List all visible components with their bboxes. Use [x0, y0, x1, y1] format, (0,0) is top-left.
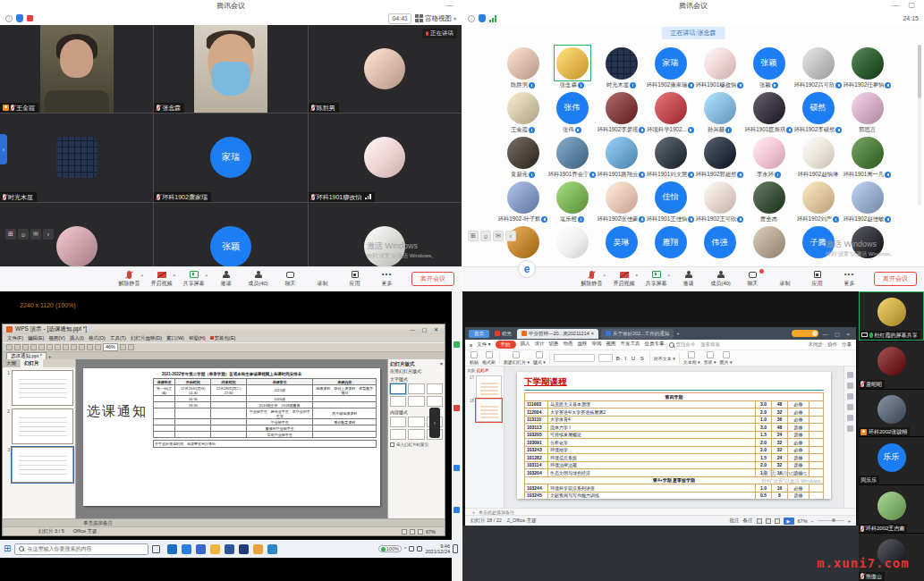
hamburger-icon[interactable]: ≡ — [470, 342, 472, 348]
participant-item[interactable]: 郭思言 — [843, 89, 892, 134]
taskbar-app-icon-8[interactable] — [267, 544, 277, 554]
action-未同步[interactable]: 未同步 — [809, 341, 824, 348]
chevron-up-icon[interactable]: ▴ — [603, 272, 606, 277]
ribbon-tab-4[interactable]: 切换 — [549, 341, 559, 349]
toolbar-record-button[interactable]: 录制 — [308, 270, 337, 288]
participant-item[interactable]: 时光木屋 — [597, 45, 646, 89]
participant-item[interactable]: 环科1902-叶子辉 — [498, 179, 547, 223]
window-controls[interactable]: — ▢ — [892, 1, 919, 9]
pane-tab[interactable]: 幻灯片 — [21, 359, 43, 367]
tool-对齐文本[interactable]: 对齐文本 ▾ — [654, 356, 675, 361]
tab-home[interactable]: 首页 — [469, 330, 489, 338]
ribbon-tab-9[interactable]: 开发工具 — [621, 341, 640, 349]
chat-mini-icon[interactable]: ✉ — [30, 229, 41, 240]
font-size-select[interactable] — [598, 354, 613, 362]
taskbar-clock[interactable]: 9:46 2021/12/24 — [425, 543, 450, 554]
ribbon-tab-8[interactable]: 视图 — [606, 341, 616, 349]
tool-新建幻灯片[interactable]: 新建幻灯片 ▾ — [504, 351, 530, 365]
bold-italic-underline-buttons[interactable]: B I U S — [616, 356, 646, 361]
participant-item[interactable]: 环科1902刘严 — [793, 179, 843, 223]
close-tab-icon[interactable]: × — [591, 331, 594, 336]
grid-view-button[interactable]: 宫格视图 ▾ — [415, 14, 456, 23]
slide-thumbnail[interactable]: 2 — [4, 408, 73, 444]
slide-thumbnail[interactable]: 3 — [4, 447, 73, 483]
ribbon-tab-5[interactable]: 动画 — [564, 341, 573, 349]
slide-thumbnail[interactable]: 17 — [467, 375, 502, 399]
zoom-in-button[interactable]: + — [848, 518, 851, 524]
participant-item[interactable]: 逗乐橙 — [547, 179, 597, 223]
participant-item[interactable]: 孙兴赫 — [695, 89, 744, 134]
menu-item[interactable]: 帮助(H) — [189, 335, 206, 341]
side-panel-icon-red[interactable] — [454, 405, 460, 411]
chevron-up-icon[interactable]: ▴ — [635, 272, 638, 277]
toolbar-record-button[interactable]: 录制 — [770, 270, 800, 288]
font-family-select[interactable] — [554, 354, 595, 362]
participant-item[interactable]: 环科1902赵佳敏 — [843, 179, 892, 223]
taskbar-app-icon-1[interactable] — [167, 544, 177, 554]
participant-item[interactable]: 子腾 — [793, 223, 843, 268]
layout-option[interactable] — [408, 429, 424, 440]
tab-active-document[interactable]: 毕业答辩—20...周20211214 × — [517, 329, 598, 339]
tab-docer[interactable]: 稻壳 — [492, 330, 514, 338]
menu-item[interactable]: 格式(O) — [89, 335, 106, 341]
participant-item[interactable]: 环科1901周一凡 — [843, 134, 892, 179]
participant-item[interactable]: 佳怡环科1901王佳怡 — [646, 179, 695, 223]
tool-文本框[interactable]: 文本框 ▾ — [683, 351, 700, 365]
file-menu[interactable]: 文件 ▾ — [477, 341, 490, 348]
show-on-insert-checkbox[interactable]: 插入幻灯片时显示 — [390, 442, 443, 447]
chevron-up-icon[interactable]: ▴ — [667, 272, 670, 277]
participant-item[interactable]: 张伟张伟 — [547, 89, 597, 134]
participant-item[interactable] — [547, 223, 597, 268]
participant-item[interactable]: 王金霞 — [498, 89, 547, 134]
participant-item[interactable]: 环科1901路翔云 — [597, 134, 646, 179]
slideshow-play-button[interactable]: ▶ — [784, 518, 794, 525]
layout-option[interactable] — [408, 417, 424, 427]
pane-icon-6[interactable] — [847, 425, 853, 432]
toolbar-invite-button[interactable]: 邀请 — [211, 270, 241, 288]
toolbar-members-button[interactable]: 成员(40) — [706, 270, 735, 288]
taskbar-app-icon-5[interactable] — [225, 544, 234, 554]
video-tile[interactable]: 家瑞环科1902康家瑞 — [154, 114, 307, 201]
taskbar-app-icon-4[interactable] — [210, 544, 220, 554]
video-tile[interactable]: 王金霞 — [0, 25, 153, 113]
notes-button[interactable]: 备注 — [743, 518, 753, 524]
ribbon-tab-7[interactable]: 审阅 — [592, 341, 602, 349]
tool-粘贴[interactable]: 粘贴 — [470, 351, 479, 365]
ribbon-tab-6[interactable]: 放映 — [578, 341, 588, 349]
pane-tab[interactable]: 幻灯片 — [477, 368, 489, 373]
participant-item[interactable]: 环科1901穆孜怡 — [695, 45, 744, 89]
new-tab-button[interactable]: + — [676, 331, 680, 336]
zoom-slider[interactable] — [818, 520, 844, 521]
participant-item[interactable] — [744, 223, 793, 268]
sidebar-drawer-handle[interactable]: ‹ — [0, 134, 7, 164]
pane-tab[interactable]: 大纲 — [467, 368, 475, 373]
toolbar-more-button[interactable]: •••更多 — [835, 270, 864, 288]
security-shield-icon[interactable] — [16, 14, 23, 22]
toolbar-members-button[interactable]: 成员(40) — [243, 270, 273, 288]
toolbar-mic-button[interactable]: 解除静音▴ — [577, 270, 606, 288]
layout-icon[interactable]: ⊞ — [5, 229, 16, 240]
collapse-icon[interactable]: ‹ — [505, 231, 516, 241]
sidebar-participant-tile[interactable]: 环科2002王吉鑫 — [859, 485, 924, 533]
ribbon-tab-1[interactable]: 开始 — [496, 341, 516, 349]
menu-item[interactable]: 安装包(E) — [210, 335, 236, 341]
info-icon[interactable]: i — [468, 15, 475, 22]
tool-版式[interactable]: 版式 ▾ — [533, 351, 546, 365]
meeting-app-logo[interactable]: e — [518, 260, 536, 278]
pane-tab[interactable]: 大纲 — [3, 359, 20, 367]
layout-option[interactable] — [408, 383, 424, 394]
menu-item[interactable]: 工具(T) — [110, 335, 126, 341]
toolbar-share-button[interactable]: 共享屏幕▴ — [179, 270, 208, 288]
tool-形状[interactable]: 形状 ▾ — [704, 351, 716, 365]
participant-item[interactable]: 环科1902赵怡琳 — [793, 134, 843, 179]
video-tile[interactable]: 正在讲话陈胜男 — [309, 25, 462, 113]
zoom-out-button[interactable]: − — [811, 518, 814, 524]
pane-icon-4[interactable] — [847, 404, 853, 410]
docked-panel-handle[interactable]: ‹ — [429, 408, 440, 438]
chevron-up-icon[interactable]: ▴ — [205, 272, 208, 277]
participant-item[interactable]: 环境科学1902... — [646, 89, 695, 134]
toolbar-cam-button[interactable]: 开启视频▴ — [147, 270, 176, 288]
toolbar-apps-button[interactable]: 应用 — [340, 270, 369, 288]
participant-item[interactable]: 环科1902任赛怡 — [843, 45, 892, 89]
volume-icon[interactable] — [417, 546, 422, 552]
